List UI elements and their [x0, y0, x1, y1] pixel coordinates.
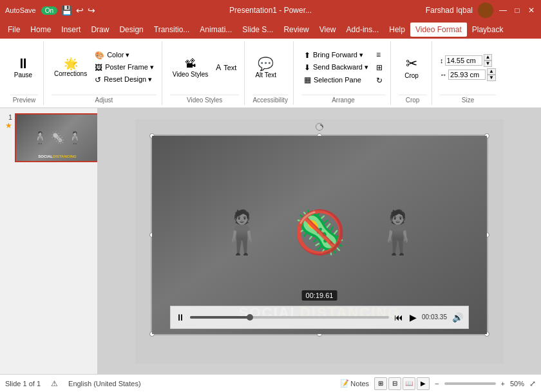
title-bar: AutoSave On 💾 ↩ ↪ Presentation1 - Power.… — [0, 0, 541, 21]
align-button[interactable]: ≡ — [374, 49, 385, 61]
next-frame-button[interactable]: ▶ — [408, 311, 418, 324]
notes-label: Notes — [350, 380, 369, 387]
menu-design[interactable]: Design — [114, 23, 148, 37]
size-fields: ↕ 14.55 cm ▲ ▼ ↔ 25.93 cm ▲ ▼ — [440, 54, 496, 81]
height-field: ↕ 14.55 cm ▲ ▼ — [440, 54, 496, 67]
menu-transitions[interactable]: Transitio... — [149, 23, 195, 37]
menu-videoformat[interactable]: Video Format — [410, 23, 467, 37]
reset-design-button[interactable]: ↺ Reset Design ▾ — [92, 74, 157, 86]
video-container[interactable]: 🧍 🦠 🚫 🧍 SOCIALDISTANCING 00:19.61 — [151, 135, 488, 335]
sendbackward-label: Send Backward ▾ — [313, 63, 368, 71]
current-time: 00:03.35 — [422, 313, 447, 321]
volume-button[interactable]: 🔊 — [451, 311, 464, 324]
slideshow-button[interactable]: ▶ — [417, 377, 430, 390]
prev-frame-button[interactable]: ⏮ — [393, 311, 404, 324]
timestamp-value: 00:19.61 — [306, 292, 334, 299]
menu-home[interactable]: Home — [25, 23, 56, 37]
status-bar: Slide 1 of 1 ⚠ English (United States) 📝… — [0, 374, 541, 392]
zoom-out-icon[interactable]: − — [435, 380, 439, 387]
corrections-icon: 🌟 — [64, 58, 78, 70]
user-avatar — [478, 3, 493, 18]
normal-view-button[interactable]: ⊞ — [374, 377, 387, 390]
pause-play-button[interactable]: ⏸ — [175, 311, 186, 324]
group-button[interactable]: ⊞ — [374, 62, 385, 73]
height-icon: ↕ — [440, 57, 444, 64]
arrange-group-label: Arrange — [301, 95, 385, 105]
corrections-label: Corrections — [54, 70, 87, 77]
menu-slideshow[interactable]: Slide S... — [237, 23, 278, 37]
notes-button[interactable]: 📝 Notes — [340, 379, 369, 387]
notes-icon: 📝 — [340, 379, 349, 387]
height-input[interactable]: 14.55 cm — [445, 55, 482, 66]
text-button[interactable]: A Text — [213, 62, 239, 73]
undo-icon[interactable]: ↩ — [76, 5, 84, 15]
reading-view-button[interactable]: 📖 — [403, 377, 415, 390]
menu-addins[interactable]: Add-ins... — [341, 23, 384, 37]
star-icon: ★ — [5, 121, 12, 130]
menu-playback[interactable]: Playback — [467, 23, 509, 37]
menu-review[interactable]: Review — [278, 23, 314, 37]
width-input[interactable]: 25.93 cm — [448, 70, 486, 80]
restore-button[interactable]: □ — [513, 6, 522, 15]
ribbon-group-adjust: 🌟 Corrections 🎨 Color ▾ 🖼 Poster Frame ▾… — [46, 41, 162, 105]
status-right: 📝 Notes ⊞ ⊟ 📖 ▶ − + 50% ⤢ — [340, 377, 536, 390]
autosave-toggle[interactable]: On — [41, 6, 57, 15]
menu-draw[interactable]: Draw — [86, 23, 114, 37]
videostyles-group-label: Video Styles — [170, 95, 240, 105]
posterframe-label: Poster Frame ▾ — [105, 63, 154, 71]
pause-icon: ⏸ — [16, 57, 30, 71]
close-button[interactable]: ✕ — [527, 6, 536, 15]
width-spin[interactable]: ▲ ▼ — [487, 68, 496, 81]
main-area: 1 ★ 🧍 🦠 🧍 SOCIALDISTANCING — [0, 108, 541, 374]
ribbon: ⏸ Pause Preview 🌟 Corrections 🎨 Color ▾ — [0, 39, 541, 108]
size-group-label: Size — [440, 95, 496, 105]
color-button[interactable]: 🎨 Color ▾ — [92, 50, 157, 61]
zoom-level: 50% — [510, 380, 524, 387]
corrections-button[interactable]: 🌟 Corrections — [52, 57, 90, 79]
rotate-handle[interactable] — [316, 123, 323, 131]
accessibility-check-icon[interactable]: ⚠ — [51, 379, 58, 388]
redo-icon[interactable]: ↪ — [88, 5, 95, 15]
figures: 🧍 🦠 🚫 🧍 — [216, 208, 424, 257]
crop-button[interactable]: ✂ Crop — [399, 54, 424, 80]
ribbon-group-arrange: ⬆ Bring Forward ▾ ⬇ Send Backward ▾ ▦ Se… — [296, 41, 391, 105]
group-icon: ⊞ — [376, 63, 383, 72]
alt-text-button[interactable]: 💬 Alt Text — [252, 55, 279, 80]
adjust-group-label: Adjust — [52, 95, 157, 105]
minimize-button[interactable]: — — [498, 6, 508, 15]
pause-label: Pause — [14, 71, 32, 79]
zoom-in-icon[interactable]: + — [501, 380, 505, 387]
ribbon-group-size: ↕ 14.55 cm ▲ ▼ ↔ 25.93 cm ▲ ▼ — [435, 41, 501, 105]
menu-help[interactable]: Help — [384, 23, 410, 37]
height-spin[interactable]: ▲ ▼ — [484, 54, 493, 67]
color-icon: 🎨 — [95, 51, 104, 60]
title-bar-center: Presentation1 - Power... — [182, 6, 359, 15]
resetdesign-label: Reset Design ▾ — [104, 75, 152, 84]
menu-view[interactable]: View — [314, 23, 341, 37]
save-icon[interactable]: 💾 — [61, 5, 72, 15]
title-bar-left: AutoSave On 💾 ↩ ↪ — [5, 5, 182, 15]
slide-thumbnail[interactable]: 🧍 🦠 🧍 SOCIALDISTANCING — [15, 113, 98, 162]
alttext-icon: 💬 — [258, 56, 274, 71]
progress-bar[interactable] — [190, 316, 389, 319]
rotate-button[interactable]: ↻ — [374, 75, 385, 86]
video-styles-label: Video Styles — [173, 71, 208, 78]
send-backward-button[interactable]: ⬇ Send Backward ▾ — [301, 62, 371, 73]
no-entry-overlay: 🚫 — [294, 208, 346, 257]
pause-button[interactable]: ⏸ Pause — [10, 55, 36, 80]
menu-animations[interactable]: Animati... — [195, 23, 237, 37]
fit-slide-icon[interactable]: ⤢ — [529, 379, 536, 388]
progress-thumb[interactable] — [247, 314, 253, 321]
video-styles-button[interactable]: 📽 Video Styles — [170, 56, 211, 79]
menu-file[interactable]: File — [3, 23, 25, 37]
adjust-small-buttons: 🎨 Color ▾ 🖼 Poster Frame ▾ ↺ Reset Desig… — [92, 50, 157, 86]
bring-forward-button[interactable]: ⬆ Bring Forward ▾ — [301, 50, 371, 61]
progress-fill — [190, 316, 250, 319]
menu-insert[interactable]: Insert — [56, 23, 86, 37]
slide-canvas: 🧍 🦠 🚫 🧍 SOCIALDISTANCING 00:19.61 — [135, 119, 504, 364]
color-label: Color ▾ — [107, 51, 129, 59]
selection-pane-button[interactable]: ▦ Selection Pane — [301, 74, 371, 86]
poster-frame-button[interactable]: 🖼 Poster Frame ▾ — [92, 62, 157, 73]
zoom-slider[interactable] — [444, 382, 496, 385]
slide-sorter-button[interactable]: ⊟ — [388, 377, 401, 390]
